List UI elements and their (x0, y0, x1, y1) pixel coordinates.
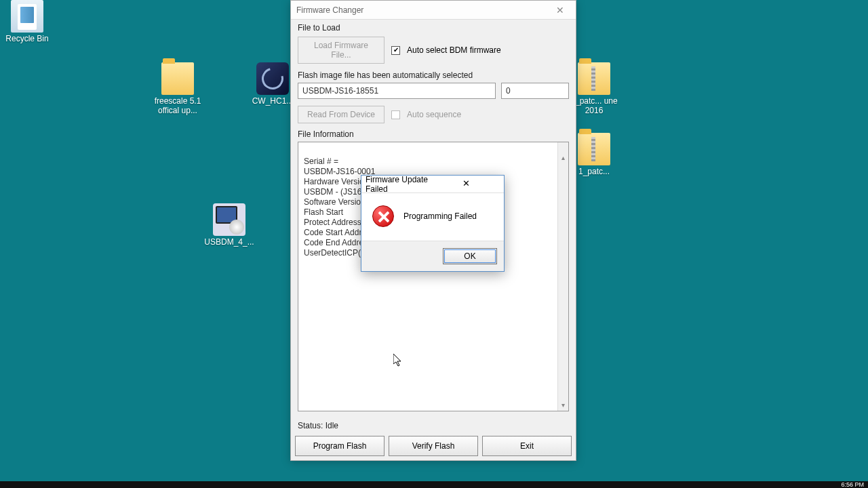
close-icon[interactable]: ✕ (550, 3, 570, 17)
system-tray[interactable]: 6:56 PM (814, 481, 868, 488)
recycle-bin-icon (11, 0, 43, 33)
installer-icon (213, 203, 245, 236)
scroll-up-icon[interactable]: ▴ (558, 152, 568, 163)
desktop-icon-usbdm[interactable]: USBDM_4_... (202, 203, 256, 247)
offset-input[interactable]: 0 (501, 83, 569, 99)
dialog-message: Programming Failed (403, 211, 477, 221)
device-name-input[interactable]: USBDM-JS16-18551 (298, 83, 496, 99)
program-flash-button[interactable]: Program Flash (295, 436, 384, 456)
icon-label: freescale 5.1 offical up... (151, 96, 205, 115)
app-icon (256, 62, 289, 95)
verify-flash-button[interactable]: Verify Flash (389, 436, 478, 456)
dialog-title: Firmware Update Failed (366, 175, 433, 194)
folder-icon (161, 62, 194, 95)
auto-select-checkbox[interactable] (391, 46, 400, 55)
window-title: Firmware Changer (296, 5, 550, 15)
desktop-icon-freescale[interactable]: freescale 5.1 offical up... (151, 62, 205, 115)
icon-label: Recycle Bin (0, 34, 54, 43)
close-icon[interactable]: ✕ (433, 178, 500, 190)
group-file-to-load: File to Load (291, 20, 576, 34)
load-firmware-button[interactable]: Load Firmware File... (298, 37, 384, 64)
status-text: Status: Idle (291, 415, 576, 433)
exit-button[interactable]: Exit (482, 436, 572, 456)
dialog-titlebar[interactable]: Firmware Update Failed ✕ (361, 176, 504, 193)
flash-message: Flash image file has been automatically … (291, 66, 576, 81)
auto-select-label: Auto select BDM firmware (407, 45, 501, 55)
taskbar[interactable] (0, 481, 868, 488)
scrollbar[interactable]: ▴ ▾ (557, 142, 568, 411)
zip-folder-icon (578, 133, 610, 165)
group-file-information: File Information (291, 126, 576, 140)
read-from-device-button[interactable]: Read From Device (298, 106, 384, 123)
error-icon (372, 205, 394, 227)
error-dialog: Firmware Update Failed ✕ Programming Fai… (361, 175, 505, 272)
auto-sequence-label: Auto sequence (407, 110, 461, 119)
zip-folder-icon (578, 62, 610, 95)
ok-button[interactable]: OK (443, 248, 497, 264)
auto-sequence-checkbox[interactable] (391, 110, 400, 119)
scroll-down-icon[interactable]: ▾ (558, 400, 568, 411)
titlebar[interactable]: Firmware Changer ✕ (291, 1, 576, 20)
desktop-icon-recycle-bin[interactable]: Recycle Bin (0, 0, 54, 43)
tray-clock: 6:56 PM (841, 481, 864, 488)
icon-label: USBDM_4_... (202, 237, 256, 247)
